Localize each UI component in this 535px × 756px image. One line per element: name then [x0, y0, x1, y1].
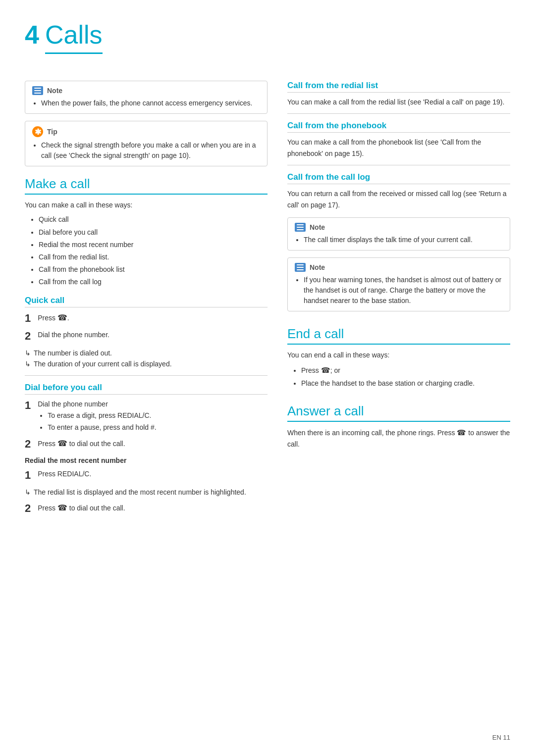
- note-list-2: The call timer displays the talk time of…: [295, 235, 503, 245]
- note-list-3: If you hear warning tones, the handset i…: [295, 275, 503, 306]
- quick-call-arrow-1: The number is dialed out.: [25, 348, 268, 358]
- way-6: Call from the call log: [39, 276, 268, 288]
- end-way-1: Press ☎; or: [301, 363, 510, 377]
- divider-2: [287, 113, 510, 114]
- redial-label: Redial the most recent number: [25, 456, 268, 464]
- dial-sub-1: To erase a digit, press REDIAL/C.: [48, 410, 266, 422]
- quick-call-title: Quick call: [25, 296, 268, 307]
- redial-step-num-1: 1: [25, 468, 36, 483]
- quick-call-step-1: 1 Press ☎.: [25, 311, 268, 326]
- tip-item-1: Check the signal strength before you mak…: [41, 140, 260, 161]
- dial-step-num-2: 2: [25, 437, 36, 452]
- step-num-1: 1: [25, 311, 36, 326]
- way-1: Quick call: [39, 213, 268, 226]
- note-icon-2: [295, 223, 306, 232]
- call-phonebook-text: You can make a call from the phonebook l…: [287, 137, 510, 159]
- note-box-3-header: Note: [295, 263, 503, 272]
- answer-a-call-title: Answer a call: [287, 403, 510, 422]
- tip-box-header: ✱ Tip: [32, 126, 260, 137]
- note-box-2-header: Note: [295, 223, 503, 232]
- redial-arrow-1: The redial list is displayed and the mos…: [25, 487, 268, 498]
- chapter-title: Calls: [45, 20, 103, 54]
- end-way-2: Place the handset to the base station or…: [301, 377, 510, 390]
- step-content-2: Dial the phone number.: [38, 329, 266, 340]
- note-box-1: Note When the power fails, the phone can…: [25, 81, 268, 114]
- page-footer: EN 11: [492, 734, 510, 741]
- make-a-call-ways: Quick call Dial before you call Redial t…: [25, 213, 268, 288]
- dial-step-content-2: Press ☎ to dial out the call.: [38, 437, 266, 450]
- step-num-2: 2: [25, 329, 36, 344]
- call-redial-title: Call from the redial list: [287, 81, 510, 93]
- note-item-2: The call timer displays the talk time of…: [304, 235, 503, 245]
- redial-step-content-2: Press ☎ to dial out the call.: [38, 502, 266, 514]
- way-4: Call from the redial list.: [39, 251, 268, 263]
- chapter-heading: 4Calls: [25, 20, 510, 64]
- dial-before-step-1: 1 Dial the phone number To erase a digit…: [25, 399, 268, 433]
- dial-before-title: Dial before you call: [25, 383, 268, 395]
- note-box-2: Note The call timer displays the talk ti…: [287, 217, 510, 251]
- end-a-call-title: End a call: [287, 326, 510, 345]
- chapter-number: 4: [25, 20, 39, 49]
- quick-call-arrow-2: The duration of your current call is dis…: [25, 358, 268, 369]
- end-a-call-intro: You can end a call in these ways:: [287, 350, 510, 360]
- note-box-3: Note If you hear warning tones, the hand…: [287, 257, 510, 311]
- redial-step-2: 2 Press ☎ to dial out the call.: [25, 502, 268, 516]
- call-log-text: You can return a call from the received …: [287, 188, 510, 210]
- answer-a-call-text: When there is an incoming call, the phon…: [287, 427, 510, 450]
- make-a-call-title: Make a call: [25, 176, 268, 195]
- dial-sub-2: To enter a pause, press and hold #.: [48, 422, 266, 434]
- divider-3: [287, 165, 510, 165]
- way-5: Call from the phonebook list: [39, 263, 268, 276]
- tip-icon: ✱: [32, 126, 43, 137]
- dial-step-num-1: 1: [25, 399, 36, 413]
- redial-step-content-1: Press REDIAL/C.: [38, 468, 266, 479]
- dial-step-content-1: Dial the phone number To erase a digit, …: [38, 399, 266, 433]
- note-item-3: If you hear warning tones, the handset i…: [304, 275, 503, 306]
- note-label-3: Note: [310, 263, 325, 271]
- step-content-1: Press ☎.: [38, 311, 266, 324]
- note-box-1-header: Note: [32, 86, 260, 95]
- call-phonebook-title: Call from the phonebook: [287, 121, 510, 133]
- dial-before-step-2: 2 Press ☎ to dial out the call.: [25, 437, 268, 452]
- right-column: Call from the redial list You can make a…: [287, 74, 510, 520]
- make-a-call-intro: You can make a call in these ways:: [25, 200, 268, 210]
- note-label-2: Note: [310, 223, 325, 231]
- tip-list: Check the signal strength before you mak…: [32, 140, 260, 161]
- quick-call-step-2: 2 Dial the phone number.: [25, 329, 268, 344]
- divider-1: [25, 375, 268, 376]
- way-3: Redial the most recent number: [39, 239, 268, 251]
- way-2: Dial before you call: [39, 226, 268, 239]
- call-log-title: Call from the call log: [287, 172, 510, 184]
- redial-step-1: 1 Press REDIAL/C.: [25, 468, 268, 483]
- call-redial-text: You can make a call from the redial list…: [287, 97, 510, 107]
- end-a-call-ways: Press ☎; or Place the handset to the bas…: [287, 363, 510, 389]
- note-list-1: When the power fails, the phone cannot a…: [32, 98, 260, 108]
- note-label-1: Note: [47, 87, 62, 95]
- note-item-1: When the power fails, the phone cannot a…: [41, 98, 260, 108]
- tip-label: Tip: [47, 128, 57, 136]
- redial-step-num-2: 2: [25, 502, 36, 516]
- tip-box-1: ✱ Tip Check the signal strength before y…: [25, 121, 268, 166]
- note-icon-3: [295, 263, 306, 272]
- note-icon-1: [32, 86, 43, 95]
- left-column: Note When the power fails, the phone can…: [25, 74, 268, 520]
- dial-sub-bullets: To erase a digit, press REDIAL/C. To ent…: [38, 410, 266, 434]
